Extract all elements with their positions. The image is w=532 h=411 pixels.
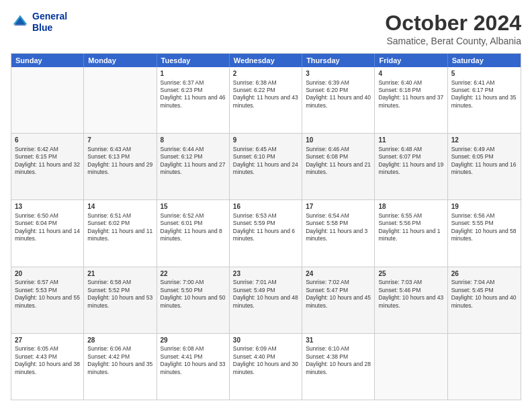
- day-number: 14: [87, 202, 152, 212]
- calendar-cell: 2Sunrise: 6:38 AMSunset: 6:22 PMDaylight…: [230, 67, 302, 133]
- month-title: October 2024: [385, 11, 521, 36]
- sunrise-time: Sunrise: 6:55 AM: [378, 212, 422, 219]
- day-number: 1: [161, 69, 226, 79]
- sunset-time: Sunset: 6:22 PM: [233, 87, 275, 93]
- calendar-cell: 3Sunrise: 6:39 AMSunset: 6:20 PMDaylight…: [302, 67, 375, 133]
- sunset-time: Sunset: 5:59 PM: [233, 220, 275, 226]
- calendar-cell: [11, 67, 84, 133]
- title-block: October 2024 Samatice, Berat County, Alb…: [385, 11, 521, 46]
- calendar-cell: [448, 334, 521, 400]
- sunset-time: Sunset: 6:07 PM: [378, 153, 420, 160]
- sunset-time: Sunset: 6:18 PM: [378, 87, 420, 93]
- sunset-time: Sunset: 6:17 PM: [451, 87, 494, 93]
- day-number: 30: [233, 336, 298, 345]
- calendar-cell: 21Sunrise: 6:58 AMSunset: 5:52 PMDayligh…: [84, 267, 157, 333]
- daylight-hours: Daylight: 11 hours and 6 minutes.: [233, 228, 295, 242]
- daylight-hours: Daylight: 11 hours and 11 minutes.: [87, 228, 152, 242]
- logo-text: General Blue: [32, 11, 67, 34]
- calendar-week-2: 6Sunrise: 6:42 AMSunset: 6:15 PMDaylight…: [11, 134, 521, 200]
- sunrise-time: Sunrise: 6:51 AM: [87, 212, 131, 219]
- day-number: 24: [306, 269, 371, 279]
- sunrise-time: Sunrise: 6:06 AM: [87, 345, 131, 352]
- calendar-cell: 12Sunrise: 6:49 AMSunset: 6:05 PMDayligh…: [448, 134, 521, 199]
- sunrise-time: Sunrise: 6:05 AM: [15, 345, 58, 352]
- calendar-cell: 25Sunrise: 7:03 AMSunset: 5:46 PMDayligh…: [375, 267, 447, 333]
- sunset-time: Sunset: 5:56 PM: [378, 220, 420, 226]
- sunrise-time: Sunrise: 6:10 AM: [306, 345, 349, 352]
- calendar-week-3: 13Sunrise: 6:50 AMSunset: 6:04 PMDayligh…: [11, 200, 521, 267]
- logo-line1: General: [32, 11, 67, 22]
- day-number: 12: [451, 136, 517, 145]
- day-number: 4: [378, 69, 443, 79]
- daylight-hours: Daylight: 11 hours and 43 minutes.: [233, 94, 298, 108]
- sunset-time: Sunset: 4:40 PM: [233, 353, 275, 360]
- daylight-hours: Daylight: 11 hours and 37 minutes.: [378, 94, 443, 108]
- sunset-time: Sunset: 6:02 PM: [87, 220, 130, 226]
- daylight-hours: Daylight: 11 hours and 29 minutes.: [87, 161, 152, 175]
- sunset-time: Sunset: 4:42 PM: [87, 353, 130, 360]
- sunset-time: Sunset: 6:15 PM: [15, 153, 57, 160]
- day-number: 3: [306, 69, 371, 79]
- sunset-time: Sunset: 5:47 PM: [306, 287, 348, 293]
- day-header-monday: Monday: [84, 54, 157, 67]
- day-number: 16: [233, 202, 298, 212]
- sunset-time: Sunset: 6:23 PM: [161, 87, 203, 93]
- sunset-time: Sunset: 6:12 PM: [161, 153, 203, 160]
- day-number: 11: [378, 136, 443, 145]
- daylight-hours: Daylight: 10 hours and 33 minutes.: [161, 361, 226, 375]
- day-number: 31: [306, 336, 371, 345]
- sunrise-time: Sunrise: 6:43 AM: [87, 146, 131, 152]
- calendar-week-4: 20Sunrise: 6:57 AMSunset: 5:53 PMDayligh…: [11, 267, 521, 334]
- daylight-hours: Daylight: 10 hours and 53 minutes.: [87, 294, 152, 308]
- day-header-thursday: Thursday: [302, 54, 375, 67]
- day-number: 21: [87, 269, 152, 279]
- sunrise-time: Sunrise: 6:49 AM: [451, 146, 495, 152]
- calendar-cell: 5Sunrise: 6:41 AMSunset: 6:17 PMDaylight…: [448, 67, 521, 133]
- logo: General Blue: [11, 11, 67, 34]
- daylight-hours: Daylight: 10 hours and 50 minutes.: [161, 294, 226, 308]
- calendar-body: 1Sunrise: 6:37 AMSunset: 6:23 PMDaylight…: [11, 67, 521, 400]
- sunset-time: Sunset: 6:04 PM: [15, 220, 57, 226]
- calendar-cell: 9Sunrise: 6:45 AMSunset: 6:10 PMDaylight…: [230, 134, 302, 199]
- sunrise-time: Sunrise: 6:41 AM: [451, 79, 495, 86]
- sunrise-time: Sunrise: 6:58 AM: [87, 279, 131, 285]
- day-number: 18: [378, 202, 443, 212]
- sunset-time: Sunset: 6:08 PM: [306, 153, 348, 160]
- day-header-sunday: Sunday: [11, 54, 84, 67]
- sunset-time: Sunset: 5:55 PM: [451, 220, 494, 226]
- sunrise-time: Sunrise: 6:53 AM: [233, 212, 277, 219]
- sunrise-time: Sunrise: 6:09 AM: [233, 345, 277, 352]
- day-number: 6: [15, 136, 80, 145]
- daylight-hours: Daylight: 11 hours and 21 minutes.: [306, 161, 371, 175]
- calendar-cell: [375, 334, 447, 400]
- daylight-hours: Daylight: 11 hours and 3 minutes.: [306, 228, 367, 242]
- calendar: SundayMondayTuesdayWednesdayThursdayFrid…: [11, 53, 521, 400]
- sunrise-time: Sunrise: 6:40 AM: [378, 79, 422, 86]
- calendar-cell: 14Sunrise: 6:51 AMSunset: 6:02 PMDayligh…: [84, 200, 157, 266]
- daylight-hours: Daylight: 10 hours and 35 minutes.: [87, 361, 152, 375]
- day-number: 22: [161, 269, 226, 279]
- day-number: 17: [306, 202, 371, 212]
- sunset-time: Sunset: 4:43 PM: [15, 353, 57, 360]
- sunset-time: Sunset: 5:58 PM: [306, 220, 348, 226]
- sunrise-time: Sunrise: 6:54 AM: [306, 212, 349, 219]
- sunrise-time: Sunrise: 6:39 AM: [306, 79, 349, 86]
- day-number: 8: [161, 136, 226, 145]
- daylight-hours: Daylight: 10 hours and 55 minutes.: [15, 294, 80, 308]
- day-number: 29: [161, 336, 226, 345]
- calendar-cell: 7Sunrise: 6:43 AMSunset: 6:13 PMDaylight…: [84, 134, 157, 199]
- day-number: 23: [233, 269, 298, 279]
- day-header-tuesday: Tuesday: [157, 54, 230, 67]
- sunrise-time: Sunrise: 7:03 AM: [378, 279, 422, 285]
- sunset-time: Sunset: 6:13 PM: [87, 153, 130, 160]
- sunset-time: Sunset: 6:20 PM: [306, 87, 348, 93]
- daylight-hours: Daylight: 10 hours and 30 minutes.: [233, 361, 298, 375]
- calendar-cell: 17Sunrise: 6:54 AMSunset: 5:58 PMDayligh…: [302, 200, 375, 266]
- calendar-cell: [84, 67, 157, 133]
- sunset-time: Sunset: 6:05 PM: [451, 153, 494, 160]
- daylight-hours: Daylight: 11 hours and 16 minutes.: [451, 161, 517, 175]
- calendar-cell: 4Sunrise: 6:40 AMSunset: 6:18 PMDaylight…: [375, 67, 447, 133]
- sunrise-time: Sunrise: 6:46 AM: [306, 146, 349, 152]
- day-number: 5: [451, 69, 517, 79]
- sunset-time: Sunset: 4:38 PM: [306, 353, 348, 360]
